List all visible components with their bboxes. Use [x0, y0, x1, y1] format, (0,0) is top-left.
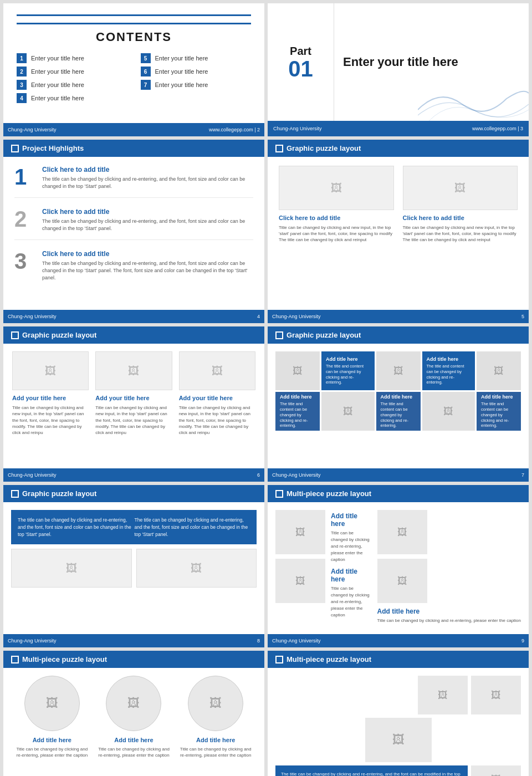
part-top: Part 01 Enter your title here — [268, 3, 529, 121]
item-title: Click here to add title — [42, 166, 253, 173]
card-text: Title can be changed by clicking and new… — [403, 224, 518, 243]
part-title: Enter your title here — [343, 55, 458, 69]
puzzle-image-cell: 🖼 — [275, 351, 320, 390]
cell-title: Add title here — [481, 394, 516, 400]
footer-right: www.collegepp.com | 2 — [209, 127, 260, 132]
image-icon: 🖼 — [66, 562, 77, 575]
section-header: Graphic puzzle layout — [3, 326, 264, 344]
graphic-card: 🖼 Click here to add title Title can be c… — [279, 166, 394, 243]
footer-left: Chung-Ang University — [8, 638, 57, 644]
image-placeholder: 🖼 — [365, 718, 432, 762]
item-number: 5 — [141, 53, 151, 63]
graphic3-body: 🖼 Add your title here Title can be chang… — [3, 344, 264, 443]
card-title: Click here to add title — [279, 215, 394, 221]
section-header: Graphic puzzle layout — [268, 140, 529, 157]
card-title: Add your title here — [179, 395, 255, 401]
section-text: Title can be changed by clicking and re-… — [331, 585, 372, 619]
slide-footer: Chung-Ang University www.collegepp.com |… — [268, 121, 529, 136]
puzzle-text-cell: Add title here The title and content can… — [275, 392, 320, 431]
card-text: Title can be changed by clicking and new… — [12, 405, 89, 436]
image-icon: 🖼 — [454, 182, 466, 195]
center-col: Add title here Title can be changed by c… — [331, 510, 372, 619]
slide-circles10: Multi-piece puzzle layout 🖼 Add title he… — [3, 651, 264, 776]
puzzle-row: Add title here The title and content can… — [275, 392, 521, 431]
slide-graphic8: Graphic puzzle layout The title can be c… — [3, 485, 264, 647]
slide-graphic2: Graphic puzzle layout 🖼 Click here to ad… — [268, 140, 529, 323]
cell-title: Add title here — [326, 356, 370, 362]
mosaic-body: 🖼 🖼 🖼 The title can be changed by clicki… — [268, 668, 529, 776]
graphic8-text-left: The title can be changed by clicking and… — [18, 517, 134, 538]
graphic8-bottom: 🖼 🖼 — [11, 549, 257, 588]
puzzle-text-cell: Add title here The title and content can… — [376, 392, 421, 431]
image-icon: 🖼 — [209, 696, 222, 711]
project-item: 3 Click here to add title The title can … — [14, 250, 253, 289]
item-text: Enter your title here — [155, 68, 208, 75]
puzzle-grid-body: 🖼 Add title here The title and content c… — [268, 344, 529, 438]
cell-text: The title and content can be changed by … — [427, 364, 471, 385]
image-icon: 🖼 — [295, 527, 305, 538]
slide-graphic3b: Graphic puzzle layout 🖼 Add title here T… — [268, 326, 529, 482]
footer-left: Chung-Ang University — [272, 472, 321, 478]
circles-body: 🖼 Add title here Title can be changed by… — [3, 668, 264, 766]
circle-image: 🖼 — [106, 676, 161, 731]
footer-right: 4 — [257, 314, 260, 319]
puzzle-text-cell: Add title here The title and content can… — [422, 351, 475, 390]
footer-left: Chung-Ang University — [272, 638, 321, 644]
footer-left: Chung-Ang University — [8, 314, 57, 319]
section-header: Graphic puzzle layout — [3, 485, 264, 502]
item-text: Enter your title here — [31, 81, 84, 88]
slide-graphic3a: Graphic puzzle layout 🖼 Add your title h… — [3, 326, 264, 482]
cell-text: The title and content can be changed by … — [280, 401, 315, 428]
circle-card: 🖼 Add title here Title can be changed by… — [178, 676, 253, 758]
image-placeholder: 🖼 — [11, 549, 132, 588]
list-item: 7 Enter your title here — [141, 80, 252, 90]
image-placeholder: 🖼 — [275, 559, 325, 603]
slide-part: Part 01 Enter your title here Chung-Ang … — [268, 3, 529, 136]
contents-list: 1 Enter your title here 5 Enter your tit… — [17, 53, 251, 103]
list-item: 3 Enter your title here — [17, 80, 127, 90]
footer-right: 8 — [257, 638, 260, 644]
section-header: Multi-piece puzzle layout — [268, 485, 529, 502]
list-item: 6 Enter your title here — [141, 67, 252, 76]
section-header: Project Highlights — [3, 140, 264, 157]
circle-image: 🖼 — [24, 676, 80, 731]
part-label: Part — [290, 45, 311, 58]
right-col: 🖼 🖼 Add title here Title can be changed … — [377, 510, 521, 624]
puzzle-image-cell: 🖼 — [477, 351, 521, 390]
puzzle-image-cell: 🖼 — [376, 351, 421, 390]
item-text: Enter your title here — [31, 95, 84, 101]
header-icon — [11, 331, 19, 339]
section-content: Add title here Title can be changed by c… — [377, 607, 521, 624]
card-title: Add your title here — [95, 395, 172, 401]
section-header: Graphic puzzle layout — [268, 326, 529, 344]
list-item: 5 Enter your title here — [141, 53, 252, 63]
slide-footer: Chung-Ang University 5 — [268, 310, 529, 323]
section-title: Add title here — [331, 512, 372, 528]
wave-decoration — [418, 76, 529, 121]
card-title: Add title here — [33, 737, 71, 743]
image-icon: 🖼 — [295, 575, 305, 587]
section-header: Multi-piece puzzle layout — [3, 651, 264, 668]
card-title: Add title here — [196, 737, 235, 743]
circle-card: 🖼 Add title here Title can be changed by… — [96, 676, 172, 758]
header-icon — [275, 331, 283, 339]
section-text: Title can be changed by clicking and re-… — [331, 530, 372, 563]
left-col: 🖼 🖼 — [275, 510, 325, 603]
item-number: 7 — [141, 80, 151, 90]
item-title: Click here to add title — [42, 208, 253, 216]
part-number-area: Part 01 — [268, 3, 334, 121]
graphic-card: 🖼 Add your title here Title can be chang… — [95, 351, 172, 436]
project-item: 1 Click here to add title The title can … — [14, 166, 253, 198]
slide-footer: Chung-Ang University 6 — [3, 468, 264, 482]
image-icon: 🖼 — [392, 733, 405, 747]
cell-text: The title and content can be changed by … — [481, 401, 516, 428]
header-title: Graphic puzzle layout — [22, 489, 96, 498]
slide-project-highlights: Project Highlights 1 Click here to add t… — [3, 140, 264, 323]
section-title: Add title here — [377, 607, 521, 615]
cell-text: The title and content can be changed by … — [326, 364, 370, 385]
puzzle-row: 🖼 Add title here The title and content c… — [275, 351, 521, 390]
project-body: 1 Click here to add title The title can … — [3, 157, 264, 308]
item-number: 2 — [17, 67, 27, 76]
image-icon: 🖼 — [331, 182, 342, 195]
footer-left: Chung-Ang University — [272, 314, 321, 319]
